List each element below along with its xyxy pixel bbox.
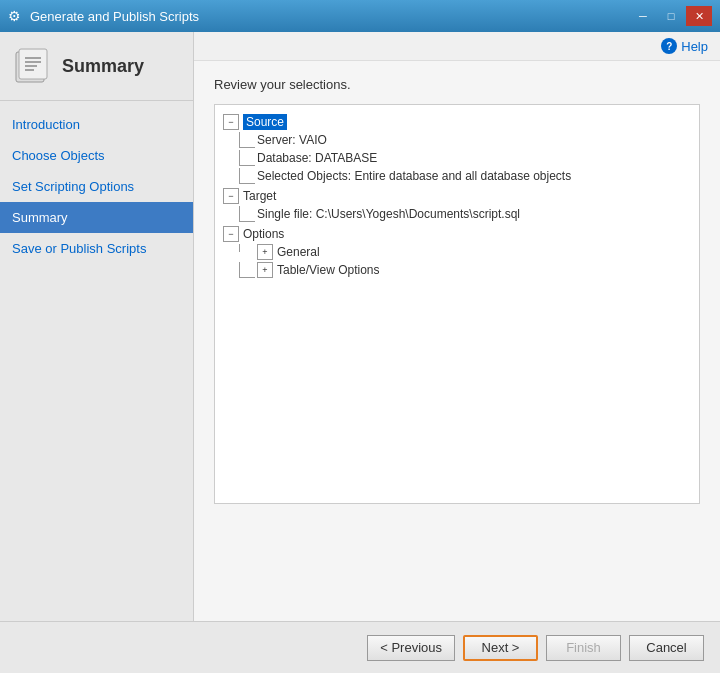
tree-node-single-file: Single file: C:\Users\Yogesh\Documents\s… [223, 205, 691, 223]
tree-node-target: − Target [223, 187, 691, 205]
footer: < Previous Next > Finish Cancel [0, 621, 720, 673]
sql-icon [12, 46, 52, 86]
sidebar-header: Summary [0, 32, 193, 101]
table-view-options-value: Table/View Options [277, 263, 380, 277]
tree-container: − Source Server: VAIO Database: DATABASE… [214, 104, 700, 504]
tree-node-general: + General [223, 243, 691, 261]
cancel-button[interactable]: Cancel [629, 635, 704, 661]
tree-line-selected-objects [239, 168, 255, 184]
table-view-expand-btn[interactable]: + [257, 262, 273, 278]
sidebar-item-save-or-publish-scripts[interactable]: Save or Publish Scripts [0, 233, 193, 264]
maximize-button[interactable]: □ [658, 6, 684, 26]
tree-line-table-view [239, 262, 255, 278]
previous-button[interactable]: < Previous [367, 635, 455, 661]
title-bar-left: ⚙ Generate and Publish Scripts [8, 8, 199, 24]
help-link[interactable]: ? Help [661, 38, 708, 54]
single-file-value: Single file: C:\Users\Yogesh\Documents\s… [257, 207, 520, 221]
general-value: General [277, 245, 320, 259]
tree-line-server [239, 132, 255, 148]
close-button[interactable]: ✕ [686, 6, 712, 26]
content-header: ? Help [194, 32, 720, 61]
sidebar-item-introduction[interactable]: Introduction [0, 109, 193, 140]
title-bar-controls: ─ □ ✕ [630, 6, 712, 26]
source-label[interactable]: Source [243, 114, 287, 130]
options-label[interactable]: Options [243, 227, 284, 241]
window-title: Generate and Publish Scripts [30, 9, 199, 24]
app-icon: ⚙ [8, 8, 24, 24]
tree-node-server: Server: VAIO [223, 131, 691, 149]
tree-node-table-view-options: + Table/View Options [223, 261, 691, 279]
server-value: Server: VAIO [257, 133, 327, 147]
general-expand-btn[interactable]: + [257, 244, 273, 260]
help-label: Help [681, 39, 708, 54]
sidebar-item-set-scripting-options[interactable]: Set Scripting Options [0, 171, 193, 202]
title-bar: ⚙ Generate and Publish Scripts ─ □ ✕ [0, 0, 720, 32]
tree-node-options: − Options [223, 225, 691, 243]
tree-node-source: − Source [223, 113, 691, 131]
svg-rect-1 [19, 49, 47, 79]
help-icon: ? [661, 38, 677, 54]
options-expand-btn[interactable]: − [223, 226, 239, 242]
target-label[interactable]: Target [243, 189, 276, 203]
selected-objects-value: Selected Objects: Entire database and al… [257, 169, 571, 183]
source-expand-btn[interactable]: − [223, 114, 239, 130]
tree-node-selected-objects: Selected Objects: Entire database and al… [223, 167, 691, 185]
next-button[interactable]: Next > [463, 635, 538, 661]
tree-line-general [239, 244, 255, 252]
sidebar-title: Summary [62, 56, 144, 77]
tree-line-single-file [239, 206, 255, 222]
content-body: Review your selections. − Source Server:… [194, 61, 720, 621]
finish-button[interactable]: Finish [546, 635, 621, 661]
sidebar-item-choose-objects[interactable]: Choose Objects [0, 140, 193, 171]
sidebar-nav: Introduction Choose Objects Set Scriptin… [0, 101, 193, 264]
tree-line-database [239, 150, 255, 166]
minimize-button[interactable]: ─ [630, 6, 656, 26]
sidebar: Summary Introduction Choose Objects Set … [0, 32, 194, 621]
review-text: Review your selections. [214, 77, 700, 92]
database-value: Database: DATABASE [257, 151, 377, 165]
sidebar-item-summary[interactable]: Summary [0, 202, 193, 233]
tree-node-database: Database: DATABASE [223, 149, 691, 167]
content-area: ? Help Review your selections. − Source … [194, 32, 720, 621]
main-container: Summary Introduction Choose Objects Set … [0, 32, 720, 621]
target-expand-btn[interactable]: − [223, 188, 239, 204]
